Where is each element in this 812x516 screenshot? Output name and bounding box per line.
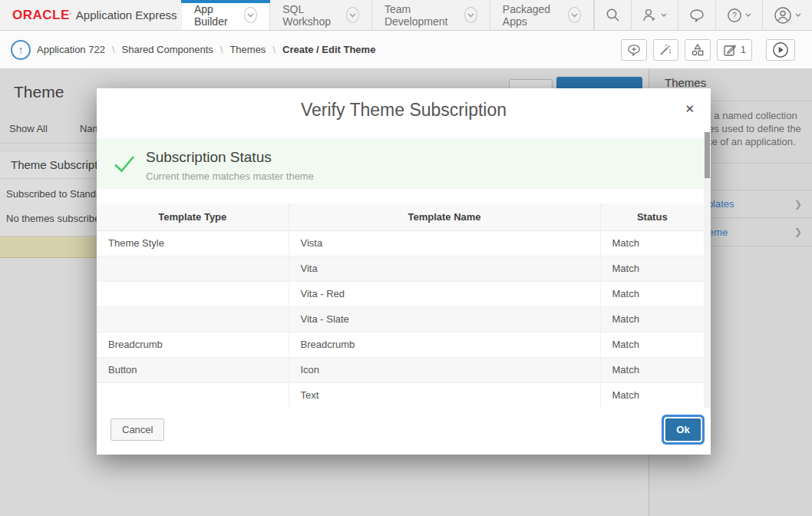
chevron-down-icon[interactable]: [464, 7, 477, 23]
tab-sql-workshop[interactable]: SQL Workshop: [270, 0, 372, 30]
administration-icon[interactable]: [631, 0, 678, 30]
help-icon[interactable]: ?: [715, 0, 762, 30]
status-title: Subscription Status: [146, 149, 272, 166]
dialog-scrollbar-track[interactable]: [704, 132, 711, 408]
breadcrumb-themes[interactable]: Themes: [229, 44, 266, 55]
breadcrumb-application[interactable]: Application 722: [37, 44, 105, 55]
cancel-button[interactable]: Cancel: [111, 418, 164, 441]
oracle-logo: ORACLE: [12, 8, 70, 23]
up-arrow-icon[interactable]: ↑: [11, 40, 31, 60]
table-row: ButtonIconMatch: [97, 357, 704, 382]
question-glyph: ?: [732, 12, 737, 20]
breadcrumb: Application 722 \ Shared Components \ Th…: [37, 44, 375, 55]
dialog-scrollbar-thumb[interactable]: [705, 132, 710, 178]
table-row: Theme StyleVistaMatch: [97, 230, 704, 256]
ok-button[interactable]: Ok: [665, 418, 701, 441]
verify-theme-subscription-dialog: Verify Theme Subscription ✕ Subscription…: [97, 88, 711, 455]
template-status-table: Template Type Template Name Status Theme…: [97, 203, 704, 408]
brand-suffix: Application Express: [76, 8, 177, 22]
success-check-icon: [114, 155, 135, 173]
tab-app-builder[interactable]: App Builder: [182, 0, 270, 30]
edit-page-button[interactable]: 1: [717, 39, 752, 61]
table-row: VitaMatch: [97, 256, 704, 281]
table-row: TextMatch: [97, 382, 704, 408]
feedback-chat-icon[interactable]: [678, 0, 715, 30]
close-icon[interactable]: ✕: [685, 103, 695, 114]
breadcrumb-separator: \: [112, 44, 115, 55]
dialog-footer: Cancel Ok: [97, 408, 711, 455]
chevron-down-icon[interactable]: [568, 7, 581, 23]
table-header-row: Template Type Template Name Status: [97, 203, 704, 230]
dialog-header: Verify Theme Subscription ✕: [97, 88, 711, 132]
dialog-scroll-area: Subscription Status Current theme matche…: [97, 132, 704, 408]
table-row: Vita - SlateMatch: [97, 306, 704, 332]
breadcrumb-bar: ↑ Application 722 \ Shared Components \ …: [0, 31, 812, 69]
breadcrumb-separator: \: [272, 44, 276, 55]
breadcrumb-shared-components[interactable]: Shared Components: [122, 44, 213, 55]
brand-logo: ORACLE’ Application Express: [0, 0, 182, 30]
template-table-body: Theme StyleVistaMatchVitaMatchVita - Red…: [97, 230, 704, 408]
breadcrumb-separator: \: [220, 44, 223, 55]
oracle-trademark: ’: [70, 12, 71, 19]
table-row: Vita - RedMatch: [97, 281, 704, 306]
search-icon[interactable]: [594, 0, 631, 30]
chevron-down-icon[interactable]: [346, 7, 359, 23]
subscription-status-banner: Subscription Status Current theme matche…: [97, 138, 704, 189]
top-navigation-bar: ORACLE’ Application Express App Builder …: [0, 0, 812, 31]
page-action-buttons: 1: [615, 39, 795, 61]
status-subtitle: Current theme matches master theme: [146, 170, 314, 182]
tab-packaged-apps[interactable]: Packaged Apps: [490, 0, 594, 30]
feedback-add-button[interactable]: [621, 39, 647, 61]
breadcrumb-current-page: Create / Edit Theme: [282, 44, 375, 55]
top-nav-icon-group: ?: [594, 0, 812, 30]
table-row: BreadcrumbBreadcrumbMatch: [97, 332, 704, 357]
shared-components-button[interactable]: [685, 39, 711, 61]
run-application-button[interactable]: [766, 39, 795, 61]
col-template-name: Template Name: [289, 203, 600, 230]
edit-page-number: 1: [741, 44, 746, 55]
chevron-down-icon[interactable]: [244, 7, 257, 23]
col-template-type: Template Type: [97, 203, 289, 230]
user-account-icon[interactable]: [762, 0, 812, 30]
tab-team-development[interactable]: Team Development: [372, 0, 490, 30]
utilities-wand-button[interactable]: [653, 39, 678, 61]
dialog-title: Verify Theme Subscription: [97, 88, 711, 132]
col-status: Status: [600, 203, 704, 230]
